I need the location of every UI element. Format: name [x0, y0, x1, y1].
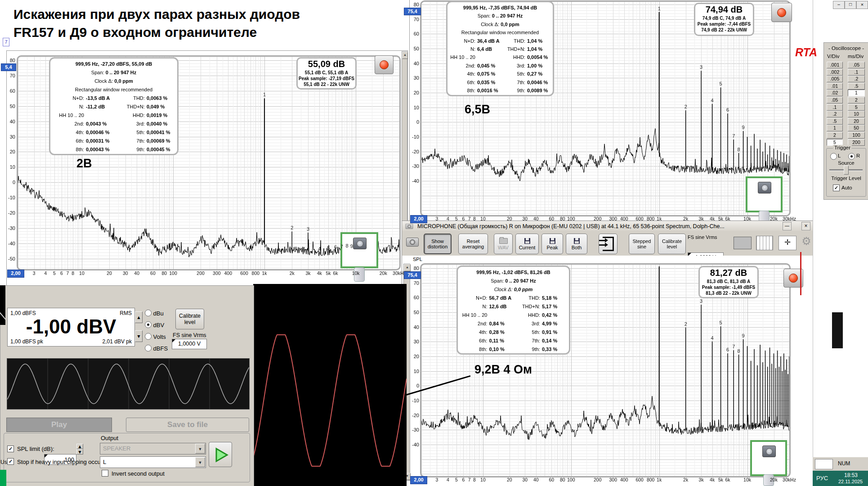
- measure-value: 0,075 %: [477, 70, 506, 78]
- measure-label: N:: [450, 45, 477, 53]
- minimize-button[interactable]: –: [833, 1, 845, 9]
- rta-logo-fragment: RTA: [795, 46, 817, 59]
- speaker-icon: [353, 238, 367, 249]
- spl-limit-up-icon[interactable]: ▲: [76, 444, 83, 449]
- msdiv-button-5[interactable]: 5: [848, 104, 865, 111]
- folder-icon: [499, 238, 508, 244]
- vdiv-button-.02[interactable]: .02: [827, 90, 843, 96]
- minimize-button[interactable]: —: [783, 222, 792, 230]
- stop-clipping-checkbox[interactable]: ✓: [7, 458, 14, 465]
- trigger-left-radio[interactable]: [830, 153, 837, 160]
- vdiv-button-.002[interactable]: .002: [827, 69, 843, 76]
- dropdown-arrow-icon[interactable]: ▼: [195, 457, 205, 467]
- toolbar-button-peak[interactable]: Peak: [541, 234, 563, 254]
- measurement-row: N:12,6 dBTHD+N:5,17 %: [461, 302, 566, 311]
- measure-value: 0,00031 %: [86, 137, 121, 145]
- taskbar-clock-area[interactable]: РУС 18:53 22.11.2025: [813, 471, 868, 486]
- radio-option-volts[interactable]: Volts: [145, 333, 166, 340]
- spl-limit-checkbox[interactable]: ✓: [7, 446, 14, 452]
- pan-arrows-icon[interactable]: ✛: [779, 236, 796, 250]
- generator-start-button[interactable]: [209, 442, 232, 467]
- toolbar-button-wav[interactable]: WAV: [494, 234, 513, 254]
- msdiv-button-1[interactable]: 1: [848, 90, 865, 96]
- radio-icon[interactable]: [145, 321, 152, 328]
- measure-label: HHD:: [121, 111, 147, 120]
- record-button[interactable]: [771, 3, 792, 22]
- vdiv-button-.2[interactable]: .2: [827, 111, 843, 117]
- vdiv-button-.05[interactable]: .05: [827, 97, 843, 104]
- vdiv-button-1[interactable]: 1: [827, 125, 843, 131]
- spinner-up-icon[interactable]: ▲: [135, 311, 143, 323]
- measure-value: 0,045 %: [477, 62, 506, 70]
- dropdown-arrow-icon[interactable]: ▼: [195, 444, 205, 454]
- msdiv-button-.1[interactable]: .1: [848, 69, 865, 76]
- msdiv-button-.2[interactable]: .2: [848, 76, 865, 82]
- vdiv-button-.001[interactable]: .001: [827, 62, 843, 68]
- msdiv-button-10[interactable]: 10: [848, 111, 865, 117]
- measure-label: THD:: [520, 294, 542, 302]
- output-device-select[interactable]: SPEAKER▼: [100, 443, 206, 454]
- trigger-level-slider-thumb[interactable]: [844, 166, 849, 175]
- generator-waveform-display: [7, 358, 250, 410]
- play-button[interactable]: Play: [6, 418, 112, 432]
- invert-output-checkbox[interactable]: [102, 470, 108, 477]
- snapshot-icon[interactable]: [406, 238, 419, 247]
- toolbar-button-stepped-sine[interactable]: Stepped sine: [629, 234, 655, 254]
- spinner-down-icon[interactable]: ▼: [135, 330, 143, 342]
- msdiv-button-50[interactable]: 50: [848, 125, 865, 131]
- tray-indicator[interactable]: [815, 459, 833, 469]
- output-channel-select[interactable]: L▼: [100, 456, 206, 468]
- language-indicator[interactable]: РУС: [816, 475, 828, 482]
- clock-time: 18:53: [844, 472, 858, 478]
- scroll-up-icon[interactable]: ▲: [402, 52, 408, 59]
- play-triangle-icon: [209, 442, 233, 468]
- vdiv-button-2[interactable]: 2: [827, 132, 843, 139]
- msdiv-button-.5[interactable]: .5: [848, 83, 865, 90]
- close-button[interactable]: ×: [856, 1, 868, 9]
- trigger-auto-checkbox[interactable]: ✓: [833, 184, 840, 191]
- toolbar-button-transfer-icon[interactable]: [599, 234, 617, 254]
- trigger-right-radio[interactable]: [848, 153, 855, 160]
- scroll-up-icon[interactable]: ▲: [404, 264, 411, 271]
- msdiv-button-.05[interactable]: .05: [848, 62, 865, 68]
- spl-limit-down-icon[interactable]: ▼: [76, 449, 83, 454]
- trigger-label: Trigger: [833, 145, 852, 150]
- vdiv-button-.5[interactable]: .5: [827, 118, 843, 125]
- toolbar-button-show-distortion[interactable]: Show distortion: [424, 234, 452, 254]
- record-button[interactable]: [375, 55, 394, 74]
- calibrate-level-button[interactable]: Calibrate level: [175, 309, 204, 329]
- radio-icon[interactable]: [145, 310, 152, 316]
- msdiv-button-20[interactable]: 20: [848, 118, 865, 125]
- radio-option-dbv[interactable]: dBV: [145, 321, 164, 328]
- toolbar-button-current[interactable]: Current: [515, 234, 539, 254]
- radio-option-dbfs[interactable]: dBFS: [145, 345, 168, 352]
- toolbar-button-reset-averaging[interactable]: Reset averaging: [458, 234, 488, 254]
- measurement-row: 2nd:0,0043 %3rd:0,0040 %: [53, 120, 174, 128]
- measurement-row: HH 10 .. 20HHD:0,42 %: [461, 311, 566, 320]
- settings-gear-icon[interactable]: ⚙: [800, 235, 813, 249]
- span-line: Span: 0 .. 20 947 Hz: [450, 12, 550, 20]
- vdiv-button-.01[interactable]: .01: [827, 83, 843, 90]
- radio-option-dbu[interactable]: dBu: [145, 310, 164, 317]
- fs-sine-vrms-input[interactable]: 1,0000 V: [172, 339, 207, 349]
- oscilloscope-display[interactable]: [253, 284, 407, 486]
- vdiv-button-.005[interactable]: .005: [827, 76, 843, 82]
- display-size-icon[interactable]: [734, 237, 752, 249]
- cursor-readout-line: 999,95 Hz, -7,35 dBFS, 74,94 dB: [450, 4, 550, 12]
- radio-icon[interactable]: [145, 345, 152, 351]
- columns-view-icon[interactable]: [756, 236, 773, 250]
- save-to-file-button[interactable]: Save to file: [126, 418, 249, 432]
- measure-value: 0,00046 %: [86, 128, 121, 137]
- measurement-row: 2nd:0,84 %3rd:4,99 %: [461, 320, 566, 328]
- maximize-button[interactable]: □: [845, 1, 856, 9]
- msdiv-button-100[interactable]: 100: [848, 132, 865, 139]
- toolbar-button-calibrate-level[interactable]: Calibrate level: [658, 234, 686, 254]
- toolbar-button-both[interactable]: Both: [566, 234, 587, 254]
- measure-value: 0,00043 %: [86, 145, 121, 154]
- record-icon: [777, 8, 786, 17]
- radio-icon[interactable]: [145, 333, 152, 340]
- msdiv-button-2[interactable]: 2: [848, 97, 865, 104]
- vdiv-button-.1[interactable]: .1: [827, 104, 843, 111]
- mic-window-titlebar[interactable]: MICROPHONE (Общая громкость) R on Микроф…: [402, 220, 813, 232]
- close-button[interactable]: ×: [801, 222, 810, 230]
